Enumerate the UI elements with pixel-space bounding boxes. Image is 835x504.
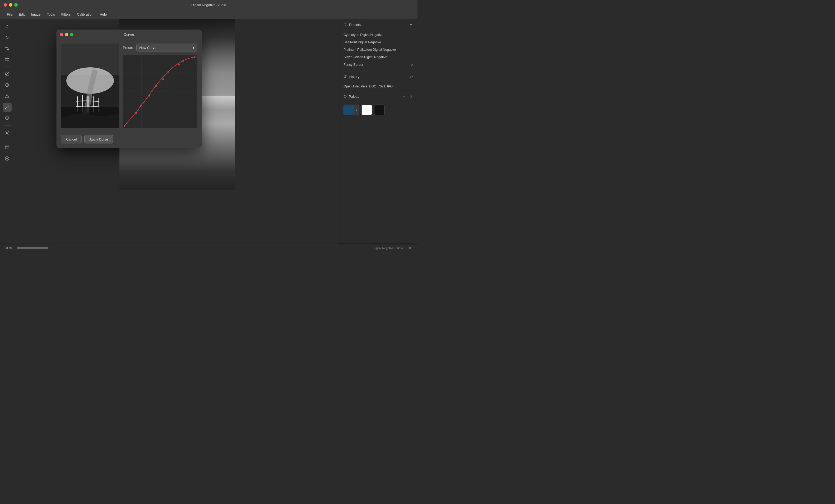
toolbar-separator-3 [3, 140, 11, 140]
crop-tool[interactable] [3, 44, 12, 53]
settings-tool[interactable] [3, 128, 12, 138]
menu-edit[interactable]: Edit [16, 12, 27, 17]
list-item[interactable]: Cyanotype Digital Negative [340, 31, 418, 39]
svg-rect-17 [5, 148, 9, 149]
cancel-button[interactable]: Cancel [61, 135, 82, 143]
palette-actions: + ✕ [401, 93, 414, 99]
svg-point-12 [6, 85, 8, 86]
palette-color-blue[interactable] [344, 105, 354, 115]
no-symbol-tool[interactable] [3, 69, 12, 79]
svg-rect-1 [5, 47, 8, 47]
window-controls[interactable] [4, 3, 18, 6]
preset-item-label: Silver Gelatin Digital Negative [344, 55, 387, 59]
rotate-ccw-tool[interactable]: ↺ [3, 22, 12, 30]
svg-rect-48 [194, 57, 195, 58]
right-panel: ♡ Presets + Cyanotype Digital Negative S… [340, 19, 418, 244]
dialog-maximize-button[interactable] [70, 33, 73, 36]
palette-color-black[interactable] [374, 105, 385, 115]
palette-color-dropdown[interactable]: ▾ [354, 105, 359, 115]
apply-curve-button[interactable]: Apply Curve [84, 135, 113, 143]
menu-filters[interactable]: Filters [59, 12, 73, 17]
preset-item-label: Fancy Border [344, 63, 363, 67]
svg-rect-42 [149, 95, 150, 97]
svg-rect-15 [6, 120, 8, 120]
preset-row: Preset: New Curve ▾ [123, 44, 197, 51]
preset-item-label: Platinum Palladium Digital Negative [344, 48, 396, 51]
toolbar-separator-2 [3, 125, 11, 126]
list-item[interactable]: Salt Print Digital Negative [340, 39, 418, 46]
menu-file[interactable]: File [4, 12, 15, 17]
svg-point-16 [6, 132, 8, 134]
preset-label: Preset: [123, 46, 134, 50]
svg-rect-6 [7, 58, 9, 59]
app-title: Digital Negative Studio [191, 3, 226, 7]
history-title: History [349, 75, 359, 79]
remove-palette-button[interactable]: ✕ [408, 93, 414, 99]
main-layout: ↺ ↻ [0, 19, 418, 244]
layers-tool[interactable] [3, 143, 12, 152]
history-section: ↺ History ↩ Open 1Negative_DSC_7071.JPG [340, 71, 418, 91]
dialog-minimize-button[interactable] [65, 33, 68, 36]
svg-rect-43 [155, 85, 157, 86]
list-item[interactable]: Open 1Negative_DSC_7071.JPG [340, 82, 418, 90]
svg-rect-40 [140, 105, 141, 106]
curve-area[interactable] [123, 55, 197, 128]
palette-colors: ▾ [340, 102, 418, 118]
dialog-close-button[interactable] [60, 33, 63, 36]
svg-rect-7 [7, 60, 9, 61]
svg-rect-14 [5, 117, 9, 119]
palette-header: ⬡ Palette + ✕ [340, 91, 418, 102]
maximize-button[interactable] [14, 3, 18, 6]
svg-rect-46 [178, 64, 179, 65]
svg-rect-39 [135, 112, 137, 113]
menu-tools[interactable]: Tools [44, 12, 58, 17]
stamp-tool[interactable] [3, 114, 12, 123]
history-clock-icon: ↺ [344, 75, 347, 79]
minimize-button[interactable] [9, 3, 13, 6]
dialog-right-panel: Preset: New Curve ▾ [123, 44, 197, 128]
palette-color-white[interactable] [362, 105, 372, 115]
curve-svg [123, 55, 197, 128]
svg-rect-44 [163, 79, 164, 80]
svg-rect-4 [5, 58, 7, 59]
presets-section: ♡ Presets + Cyanotype Digital Negative S… [340, 19, 418, 71]
close-button[interactable] [4, 3, 7, 6]
svg-rect-8 [7, 58, 7, 61]
palette-color-blue-container: ▾ [344, 105, 359, 115]
presets-header-left: ♡ Presets [344, 22, 361, 27]
curve-tool[interactable] [3, 103, 12, 112]
remove-preset-icon[interactable]: ✕ [411, 63, 414, 67]
add-circle-tool[interactable] [3, 154, 12, 163]
dialog-body: Preset: New Curve ▾ [57, 39, 202, 132]
add-preset-button[interactable]: + [408, 22, 414, 27]
menu-calibration[interactable]: Calibration [74, 12, 96, 17]
list-item[interactable]: Platinum Palladium Digital Negative [340, 46, 418, 54]
rotate-cw-tool[interactable]: ↻ [3, 33, 12, 42]
paint-tool[interactable] [3, 92, 12, 101]
dropper-tool[interactable] [3, 81, 12, 89]
svg-line-10 [5, 72, 8, 76]
status-bar: 100% Digital Negative Studio: 1.5.0.0 [0, 244, 418, 252]
status-left: 100% [4, 246, 48, 250]
list-item[interactable]: Silver Gelatin Digital Negative [340, 54, 418, 61]
dialog-footer: Cancel Apply Curve [57, 132, 202, 148]
curves-dialog: Curves [57, 29, 202, 148]
add-palette-button[interactable]: + [401, 93, 407, 99]
preset-value: New Curve [139, 46, 156, 50]
list-item[interactable]: Fancy Border ✕ [340, 61, 418, 69]
canvas-area: Curves [14, 19, 340, 244]
flip-tool[interactable] [3, 55, 12, 64]
history-item-label: Open 1Negative_DSC_7071.JPG [344, 85, 393, 88]
menu-help[interactable]: Help [97, 12, 109, 17]
preset-dropdown[interactable]: New Curve ▾ [136, 44, 197, 51]
svg-rect-38 [124, 125, 125, 127]
app-version: Digital Negative Studio: 1.5.0.0 [373, 247, 413, 250]
undo-button[interactable]: ↩ [408, 74, 414, 80]
svg-rect-47 [183, 60, 184, 62]
svg-rect-18 [5, 147, 9, 148]
svg-rect-45 [167, 71, 169, 72]
palette-header-left: ⬡ Palette [344, 94, 359, 99]
presets-header: ♡ Presets + [340, 19, 418, 30]
menu-image[interactable]: Image [28, 12, 43, 17]
dialog-window-controls[interactable] [60, 33, 73, 36]
